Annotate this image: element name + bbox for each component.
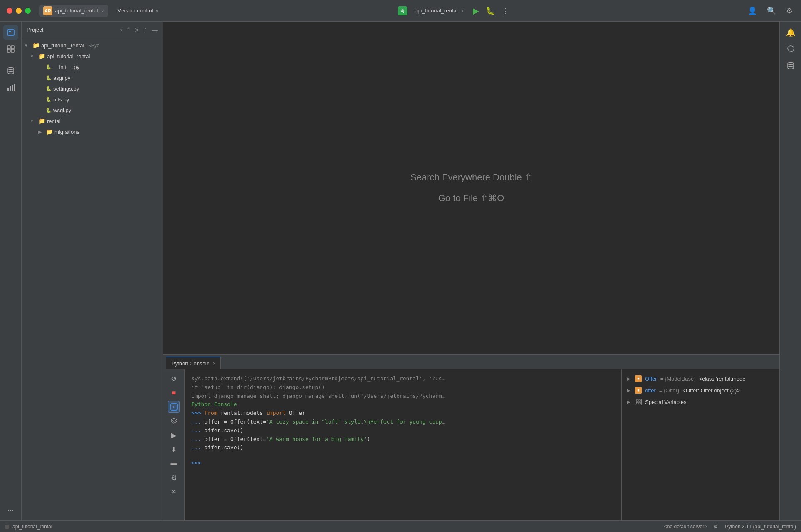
- svg-rect-13: [636, 400, 638, 401]
- run-icon[interactable]: ▶: [168, 429, 180, 441]
- status-project[interactable]: api_tutorial_rental: [12, 524, 52, 530]
- python-console-active-icon[interactable]: >: [168, 401, 180, 413]
- sidebar-item-project[interactable]: [3, 25, 18, 40]
- statusbar-right: <no default server> ⚙ Python 3.11 (api_t…: [664, 524, 796, 530]
- var-chevron-1: ▶: [627, 376, 632, 382]
- eye-icon[interactable]: 👁: [168, 486, 180, 498]
- project-name-label: api_tutorial_rental: [55, 7, 98, 14]
- tree-migrations-folder[interactable]: ▶ 📁 migrations: [22, 126, 163, 137]
- console-line-8: ... offer = Offer(text='A warm house for…: [191, 435, 615, 444]
- sidebar-item-analytics[interactable]: [3, 80, 18, 95]
- file-label-asgi: asgi.py: [53, 75, 70, 81]
- rerun-icon[interactable]: ↺: [168, 373, 180, 384]
- console-line-5: >>> from rental.models import Offer: [191, 409, 615, 418]
- var-item-offer-obj[interactable]: ▶ ■ offer = {Offer} <Offer: Offer object…: [622, 384, 779, 396]
- sidebar-item-structure[interactable]: [3, 42, 18, 57]
- left-sidebar: ···: [0, 22, 22, 520]
- svg-point-6: [8, 68, 14, 70]
- tree-file-urls[interactable]: ▾ 🐍 urls.py: [22, 94, 163, 105]
- titlebar-center: dj api_tutorial_rental ∨ ▶ 🐛 ⋮: [168, 4, 741, 17]
- svg-rect-7: [7, 88, 9, 91]
- layers-icon[interactable]: [168, 415, 180, 427]
- svg-rect-5: [11, 49, 14, 52]
- right-sidebar: 🔔: [779, 22, 801, 520]
- collapse-all-icon[interactable]: ⌃: [126, 27, 131, 33]
- minimize-panel-icon[interactable]: —: [152, 27, 158, 33]
- editor-area: Search Everywhere Double ⇧ Go to File ⇧⌘…: [163, 22, 779, 520]
- titlebar-actions: 👤 🔍 ⚙: [746, 5, 794, 17]
- project-chevron-icon: ∨: [101, 8, 104, 13]
- panel-header-icons: ⌃ ✕ ⋮ —: [126, 27, 158, 33]
- run-button[interactable]: ▶: [471, 4, 481, 17]
- download-icon[interactable]: ⬇: [168, 443, 180, 455]
- close-button[interactable]: [7, 8, 12, 14]
- var-icon-2: ■: [635, 387, 642, 394]
- svg-rect-14: [639, 400, 640, 401]
- editor-main: Search Everywhere Double ⇧ Go to File ⇧⌘…: [163, 22, 779, 354]
- migrations-folder-label: migrations: [54, 129, 79, 135]
- traffic-lights: [7, 8, 31, 14]
- minimize-button[interactable]: [16, 8, 22, 14]
- database-icon[interactable]: [783, 58, 798, 73]
- tree-file-asgi[interactable]: ▾ 🐍 asgi.py: [22, 72, 163, 83]
- svg-text:>: >: [172, 405, 175, 409]
- debug-button[interactable]: 🐛: [484, 5, 497, 17]
- svg-rect-10: [14, 84, 15, 91]
- tree-root[interactable]: ▾ 📁 api_tutorial_rental ~/Pyc: [22, 40, 163, 51]
- console-tab-close-icon[interactable]: ×: [213, 361, 215, 366]
- gear-icon[interactable]: ⚙: [168, 472, 180, 483]
- svg-rect-2: [7, 46, 10, 49]
- var-type-1: = {ModelBase}: [660, 376, 696, 382]
- titlebar: AR api_tutorial_rental ∨ Version control…: [0, 0, 801, 22]
- root-folder-icon: 📁: [32, 42, 40, 49]
- var-icon-3: [635, 399, 642, 405]
- tree-file-settings[interactable]: ▾ 🐍 settings.py: [22, 83, 163, 94]
- search-everywhere-icon[interactable]: 🔍: [765, 5, 778, 17]
- var-value-2: <Offer: Offer object (2)>: [682, 387, 740, 394]
- project-icon: AR: [43, 6, 52, 15]
- tree-rental-folder[interactable]: ▾ 📁 rental: [22, 116, 163, 126]
- sidebar-item-more[interactable]: ···: [3, 502, 18, 517]
- statusbar-left: api_tutorial_rental: [5, 524, 52, 530]
- sidebar-item-database[interactable]: [3, 63, 18, 78]
- console-toolbar: ↺ ■ > ▶ ⬇: [163, 369, 185, 520]
- svg-rect-1: [9, 31, 11, 32]
- version-control-chevron-icon: ∨: [156, 8, 158, 13]
- account-icon[interactable]: 👤: [746, 5, 759, 17]
- console-line-3: import django_manage_shell; django_manag…: [191, 392, 615, 401]
- var-value-1: <class 'rental.mode: [699, 376, 746, 382]
- svg-rect-4: [7, 49, 10, 52]
- maximize-button[interactable]: [25, 8, 31, 14]
- close-panel-icon[interactable]: ✕: [134, 27, 139, 33]
- version-control-button[interactable]: Version control ∨: [113, 6, 163, 15]
- root-folder-label: api_tutorial_rental: [41, 42, 84, 49]
- notifications-icon[interactable]: 🔔: [783, 25, 798, 40]
- project-selector[interactable]: AR api_tutorial_rental ∨: [39, 5, 108, 17]
- more-actions-button[interactable]: ⋮: [500, 5, 511, 17]
- status-server-icon: ⚙: [714, 524, 718, 530]
- svg-rect-0: [7, 30, 14, 35]
- tree-root-chevron-icon: ▾: [25, 43, 31, 48]
- panel-title: Project: [27, 27, 116, 33]
- var-item-special[interactable]: ▶ Special Variables: [622, 396, 779, 408]
- tree-subfolder-api[interactable]: ▾ 📁 api_tutorial_rental: [22, 51, 163, 62]
- file-tree: ▾ 📁 api_tutorial_rental ~/Pyc ▾ 📁 api_tu…: [22, 38, 163, 520]
- file-label-urls: urls.py: [53, 96, 69, 103]
- stop-icon[interactable]: ■: [168, 387, 180, 399]
- console-tab-python[interactable]: Python Console ×: [166, 357, 221, 369]
- svg-rect-3: [11, 46, 14, 49]
- status-python-version[interactable]: Python 3.11 (api_tutorial_rental): [725, 524, 796, 530]
- file-label-init: __init__.py: [53, 64, 79, 70]
- console-tab-label: Python Console: [171, 360, 210, 367]
- terminal-icon[interactable]: ▬: [168, 458, 180, 469]
- tree-file-init[interactable]: ▾ 🐍 __init__.py: [22, 62, 163, 72]
- run-config-selector[interactable]: api_tutorial_rental ∨: [410, 6, 468, 15]
- console-content: sys.path.extend(['/Users/jetbrains/Pycha…: [185, 369, 779, 520]
- panel-options-icon[interactable]: ⋮: [143, 27, 148, 33]
- variables-panel: ▶ ■ Offer = {ModelBase} <class 'rental.m…: [621, 369, 779, 520]
- tree-file-wsgi[interactable]: ▾ 🐍 wsgi.py: [22, 105, 163, 116]
- ai-assistant-icon[interactable]: [783, 42, 798, 57]
- settings-icon[interactable]: ⚙: [784, 5, 794, 17]
- var-item-offer-class[interactable]: ▶ ■ Offer = {ModelBase} <class 'rental.m…: [622, 373, 779, 384]
- status-server[interactable]: <no default server>: [664, 524, 707, 530]
